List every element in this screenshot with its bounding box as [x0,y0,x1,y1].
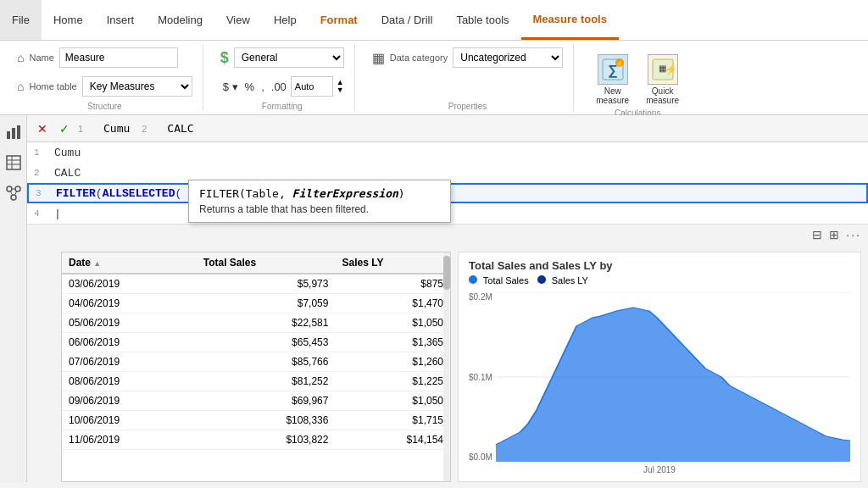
quick-measure-button[interactable]: ▦ ⚡ Quickmeasure [641,51,684,108]
sidebar-icon-model[interactable] [3,183,24,203]
table-row: 03/06/2019 $5,973 $875 [62,274,450,294]
autocomplete-param: FilterExpression [292,187,398,200]
currency-row: $ ▾ % , .00 ▲ ▼ [220,76,344,97]
cell-salesly: $875 [335,274,450,294]
decimal-button[interactable]: .00 [269,80,289,94]
cell-salesly: $1,260 [335,352,450,372]
cell-date: 05/06/2019 [62,313,197,333]
cell-date: 07/06/2019 [62,352,197,372]
cell-salesly: $1,715 [335,411,450,430]
currency-button[interactable]: $ ▾ [220,80,241,94]
new-measure-button[interactable]: ∑ ⚡ Newmeasure [591,51,634,108]
cell-date: 10/06/2019 [62,411,197,430]
cell-salesly: $1,225 [335,372,450,391]
cell-totalsales: $22,581 [197,313,336,333]
menu-view[interactable]: View [214,0,262,40]
svg-rect-9 [17,125,20,139]
more-icon[interactable]: ··· [846,228,861,241]
sort-arrow-date: ▲ [93,259,101,268]
data-category-select[interactable]: Uncategorized Address City Country [453,47,563,68]
menu-home[interactable]: Home [42,0,95,40]
name-icon: ⌂ [17,51,24,64]
sidebar-icon-barchart[interactable] [3,122,24,142]
table-row: 05/06/2019 $22,581 $1,050 [62,313,450,333]
menu-format[interactable]: Format [309,0,370,40]
cell-totalsales: $108,336 [197,411,336,430]
cell-date: 11/06/2019 [62,430,197,450]
autocomplete-signature: FILTER(Table, FilterExpression) [199,187,440,200]
cell-salesly: $1,050 [335,313,450,333]
cell-salesly: $1,365 [335,333,450,352]
svg-line-19 [14,191,17,196]
new-measure-icon: ∑ ⚡ [598,54,628,85]
menu-tabletools[interactable]: Table tools [444,0,520,40]
dec-button[interactable]: ▼ [337,86,344,94]
legend-totalsales: Total Sales [469,275,529,286]
cell-salesly: $1,470 [335,294,450,313]
ribbon: ⌂ Name ⌂ Home table Key Measures Dates S… [0,41,868,115]
y-label-00: $0.0M [469,452,492,462]
auto-input[interactable] [291,76,333,97]
cell-totalsales: $65,453 [197,333,336,352]
chart-legend: Total Sales Sales LY [469,275,850,286]
cell-salesly: $14,154 [335,430,450,450]
line-2-text: CALC [167,122,193,135]
data-and-chart: Date ▲ Total Sales Sales LY 03/06/2019 $… [27,245,868,482]
menu-datadrill[interactable]: Data / Drill [370,0,445,40]
cell-totalsales: $103,822 [197,430,336,450]
scroll-bar[interactable] [443,252,450,481]
formula-bar: ✕ ✓ 1 Cumu 2 CALC [27,115,868,142]
main-area: ✕ ✓ 1 Cumu 2 CALC 1 Cumu 2 CALC 3 FILTER… [0,115,868,482]
ribbon-group-properties: ▦ Data category Uncategorized Address Ci… [362,44,574,111]
svg-text:⚡: ⚡ [665,63,675,75]
legend-dot-salesly [537,275,546,284]
autocomplete-description: Returns a table that has been filtered. [199,203,440,215]
cell-totalsales: $5,973 [197,274,336,294]
sidebar-icon-table[interactable] [3,152,24,173]
name-label: Name [29,53,53,63]
menu-measuretools[interactable]: Measure tools [521,0,619,40]
cell-date: 04/06/2019 [62,294,197,313]
autocomplete-popup: FILTER(Table, FilterExpression) Returns … [188,180,451,223]
y-label-02: $0.2M [469,292,492,302]
line-1-text: Cumu [103,122,130,135]
confirm-button[interactable]: ✓ [56,120,73,137]
table-row: 07/06/2019 $85,766 $1,260 [62,352,450,372]
name-input[interactable] [59,47,178,68]
new-measure-label: Newmeasure [596,86,629,105]
cell-salesly: $1,050 [335,391,450,411]
col-date[interactable]: Date ▲ [62,252,197,274]
col-totalsales[interactable]: Total Sales [197,252,336,274]
home-table-select[interactable]: Key Measures Dates Sales [82,76,192,97]
cell-totalsales: $7,059 [197,294,336,313]
home-table-row: ⌂ Home table Key Measures Dates Sales [17,76,192,97]
data-category-row: ▦ Data category Uncategorized Address Ci… [372,47,563,68]
table-row: 10/06/2019 $108,336 $1,715 [62,411,450,430]
menu-insert[interactable]: Insert [95,0,147,40]
dollar-icon: $ [220,49,229,67]
svg-rect-7 [7,131,10,139]
data-table-container: Date ▲ Total Sales Sales LY 03/06/2019 $… [61,252,451,482]
menu-modeling[interactable]: Modeling [146,0,214,40]
filter-icon[interactable]: ⊟ [812,228,822,241]
line-1-label: 1 [78,124,92,134]
code-editor[interactable]: 1 Cumu 2 CALC 3 FILTER( ALLSELECTED( Dat… [27,142,868,225]
comma-button[interactable]: , [259,80,267,94]
col-salesly[interactable]: Sales LY [335,252,450,274]
data-table: Date ▲ Total Sales Sales LY 03/06/2019 $… [62,252,450,450]
svg-point-15 [15,186,20,191]
percent-button[interactable]: % [242,80,258,94]
svg-line-18 [10,191,13,196]
layout-icon[interactable]: ⊞ [829,228,839,241]
chart-body: $0.2M $0.1M $0.0M [469,292,850,462]
cell-totalsales: $81,252 [197,372,336,391]
editor-and-content: ✕ ✓ 1 Cumu 2 CALC 1 Cumu 2 CALC 3 FILTER… [27,115,868,482]
menu-help[interactable]: Help [262,0,309,40]
chart-container: Total Sales and Sales LY by Total Sales … [458,252,861,482]
cell-date: 06/06/2019 [62,333,197,352]
cancel-button[interactable]: ✕ [34,120,51,137]
menu-file[interactable]: File [0,0,42,40]
svg-point-16 [11,195,16,200]
format-select[interactable]: General Fixed Currency Percentage [234,47,344,68]
cell-date: 03/06/2019 [62,274,197,294]
